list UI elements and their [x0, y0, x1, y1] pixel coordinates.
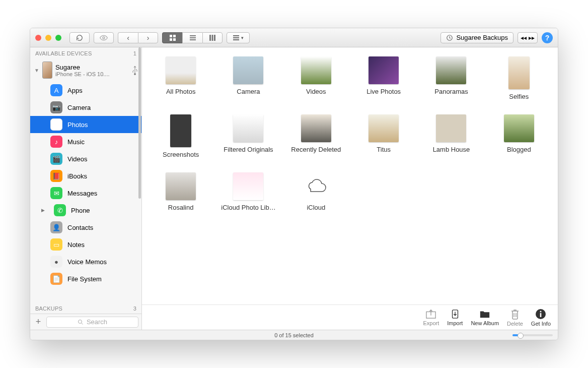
sidebar-item-phone[interactable]: ▶✆Phone — [30, 202, 141, 219]
album-screenshots[interactable]: Screenshots — [150, 114, 211, 158]
album-label: Videos — [306, 88, 326, 95]
album-label: Lamb House — [433, 146, 470, 153]
messages-icon: ✉ — [50, 187, 62, 199]
content-area: All PhotosCameraVideosLive PhotosPanoram… — [142, 47, 558, 330]
sidebar-item-ibooks[interactable]: 📕iBooks — [30, 167, 141, 185]
svg-rect-13 — [233, 39, 239, 40]
column-view-button[interactable] — [202, 32, 223, 43]
sidebar-item-label: Phone — [71, 207, 90, 214]
zoom-icon[interactable] — [55, 35, 61, 41]
voice-memos-icon: ● — [50, 256, 62, 268]
sidebar-item-camera[interactable]: 📷Camera — [30, 99, 141, 116]
delete-button[interactable]: Delete — [507, 309, 523, 327]
album-thumbnail — [233, 56, 263, 84]
sidebar-item-voice-memos[interactable]: ●Voice Memos — [30, 253, 141, 270]
sidebar-item-music[interactable]: ♪Music — [30, 133, 141, 150]
album-icloud[interactable]: iCloud — [285, 172, 347, 211]
sidebar-item-label: iBooks — [67, 172, 87, 180]
album-thumbnail — [170, 114, 191, 147]
svg-rect-11 — [233, 35, 239, 36]
svg-rect-12 — [233, 37, 239, 38]
back-button[interactable]: ‹ — [118, 32, 138, 43]
footer-tool-label: Get Info — [531, 321, 551, 327]
music-icon: ♪ — [50, 136, 62, 148]
sidebar-item-messages[interactable]: ✉Messages — [30, 185, 141, 202]
album-panoramas[interactable]: Panoramas — [420, 56, 482, 100]
album-label: Selfies — [509, 93, 529, 100]
footer-tool-label: Delete — [507, 321, 523, 327]
sidebar-item-apps[interactable]: AApps — [30, 82, 141, 99]
cloud-icon — [305, 179, 328, 194]
svg-rect-1 — [170, 35, 172, 37]
svg-rect-21 — [540, 313, 542, 317]
zoom-slider[interactable] — [512, 334, 553, 336]
status-bar: 0 of 15 selected — [30, 330, 558, 340]
minimize-icon[interactable] — [45, 35, 51, 41]
notes-icon: ▭ — [50, 238, 62, 251]
album-thumbnail — [166, 172, 196, 200]
view-mode-group — [162, 32, 223, 43]
backups-button[interactable]: Sugaree Backups — [440, 32, 513, 43]
album-filtered-originals[interactable]: Filtered Originals — [217, 114, 279, 158]
file-system-icon: 📄 — [50, 273, 62, 285]
album-icloud-photo-lib-[interactable]: iCloud Photo Lib… — [217, 172, 279, 211]
album-label: Titus — [377, 146, 391, 153]
album-live-photos[interactable]: Live Photos — [353, 56, 414, 100]
sidebar-item-videos[interactable]: 🎬Videos — [30, 150, 141, 167]
album-camera[interactable]: Camera — [217, 56, 279, 100]
device-row[interactable]: ▼ Sugaree iPhone SE - iOS 10.... — [30, 58, 141, 82]
get-info-button[interactable]: Get Info — [531, 309, 551, 327]
import-button[interactable]: Import — [447, 309, 463, 326]
album-label: Live Photos — [366, 88, 401, 95]
add-button[interactable]: + — [33, 317, 43, 327]
icon-view-button[interactable] — [162, 32, 182, 43]
album-lamb-house[interactable]: Lamb House — [420, 114, 482, 158]
action-menu-button[interactable]: ▾ — [227, 32, 250, 43]
scrollbar-thumb[interactable] — [138, 47, 141, 199]
app-window: ‹ › ▾ Sugaree Backups ◂◂ ▸▸ ? — [30, 28, 558, 340]
album-recently-deleted[interactable]: Recently Deleted — [285, 114, 347, 158]
album-blogged[interactable]: Blogged — [488, 114, 550, 158]
album-label: iCloud Photo Lib… — [221, 204, 275, 211]
svg-rect-6 — [190, 37, 196, 38]
album-rosalind[interactable]: Rosalind — [150, 172, 211, 211]
svg-rect-3 — [170, 38, 172, 41]
device-sub: iPhone SE - iOS 10.... — [55, 71, 129, 77]
sidebar-item-label: File System — [67, 275, 102, 283]
list-view-button[interactable] — [182, 32, 202, 43]
album-thumbnail — [369, 114, 399, 142]
album-label: Panoramas — [434, 88, 468, 95]
footer-tool-label: Import — [447, 320, 463, 326]
refresh-button[interactable] — [69, 32, 90, 43]
help-button[interactable]: ? — [542, 32, 553, 43]
svg-point-16 — [78, 320, 82, 323]
sidebar-item-file-system[interactable]: 📄File System — [30, 270, 141, 287]
preview-button[interactable] — [94, 32, 114, 43]
album-videos[interactable]: Videos — [285, 56, 347, 100]
transfer-button[interactable]: ◂◂ ▸▸ — [518, 32, 538, 43]
chevron-right-icon: ▶ — [41, 208, 45, 213]
svg-rect-7 — [190, 39, 196, 40]
sidebar-item-photos[interactable]: ✿Photos — [30, 116, 141, 133]
svg-rect-5 — [190, 35, 196, 36]
album-selfies[interactable]: Selfies — [488, 56, 550, 100]
sidebar-item-label: Camera — [67, 104, 91, 111]
svg-rect-10 — [214, 35, 215, 41]
sidebar-item-notes[interactable]: ▭Notes — [30, 236, 141, 253]
album-label: Camera — [237, 88, 260, 95]
album-label: iCloud — [307, 204, 325, 211]
device-name: Sugaree — [55, 64, 129, 71]
album-titus[interactable]: Titus — [353, 114, 414, 158]
forward-button[interactable]: › — [138, 32, 158, 43]
albums-grid: All PhotosCameraVideosLive PhotosPanoram… — [150, 56, 550, 211]
album-thumbnail — [369, 56, 399, 84]
chevron-down-icon: ▼ — [34, 68, 39, 73]
ibooks-icon: 📕 — [50, 170, 62, 182]
album-all-photos[interactable]: All Photos — [150, 56, 211, 100]
export-button[interactable]: Export — [423, 309, 439, 326]
search-input[interactable]: Search — [46, 317, 138, 328]
sidebar-item-contacts[interactable]: 👤Contacts — [30, 219, 141, 236]
new-album-button[interactable]: New Album — [471, 309, 499, 326]
close-icon[interactable] — [35, 35, 41, 41]
search-placeholder: Search — [87, 318, 107, 326]
